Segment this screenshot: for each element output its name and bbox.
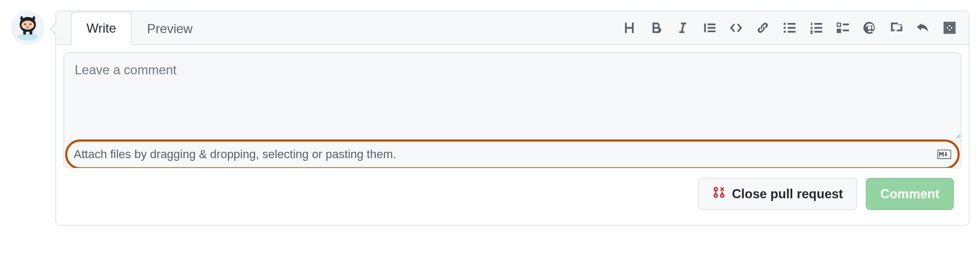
comment-textarea[interactable] [64,53,961,138]
task-list-icon[interactable] [835,20,850,35]
composer-body: Attach files by dragging & dropping, sel… [56,45,969,225]
attach-files-text: Attach files by dragging & dropping, sel… [74,147,396,161]
quote-icon[interactable] [702,20,717,35]
comment-button[interactable]: Comment [866,178,954,210]
close-pull-request-label: Close pull request [732,186,843,201]
svg-point-7 [784,30,786,33]
cross-reference-icon[interactable] [889,20,904,35]
svg-point-3 [29,23,31,25]
comment-button-label: Comment [880,186,939,201]
reply-icon[interactable] [915,20,930,35]
textarea-container: Attach files by dragging & dropping, sel… [64,52,961,168]
svg-point-4 [27,26,29,27]
mention-icon[interactable] [862,20,877,35]
formatting-toolbar [620,15,959,41]
avatar [11,11,45,45]
svg-point-2 [24,23,26,25]
close-pull-request-button[interactable]: Close pull request [698,178,857,210]
svg-point-0 [18,33,37,41]
composer-tabs: Write Preview [71,11,208,44]
svg-point-5 [784,23,786,25]
svg-point-10 [714,194,717,197]
italic-icon[interactable] [675,20,690,35]
tab-preview[interactable]: Preview [132,12,208,45]
attach-files-bar[interactable]: Attach files by dragging & dropping, sel… [64,141,961,168]
numbered-list-icon[interactable] [809,20,824,35]
fullscreen-icon[interactable] [942,20,957,35]
bold-icon[interactable] [649,20,663,35]
heading-icon[interactable] [622,20,637,35]
composer-actions: Close pull request Comment [64,178,961,217]
svg-point-6 [784,27,786,29]
tab-write[interactable]: Write [71,12,132,45]
code-icon[interactable] [729,20,744,35]
composer-header: Write Preview [56,11,969,45]
svg-point-11 [721,194,724,197]
octocat-icon [13,13,42,42]
bulleted-list-icon[interactable] [782,20,797,35]
markdown-icon[interactable] [937,150,951,159]
comment-composer: Write Preview [56,11,969,225]
git-pull-request-closed-icon [713,186,725,202]
link-icon[interactable] [755,20,770,35]
svg-point-9 [714,188,717,191]
